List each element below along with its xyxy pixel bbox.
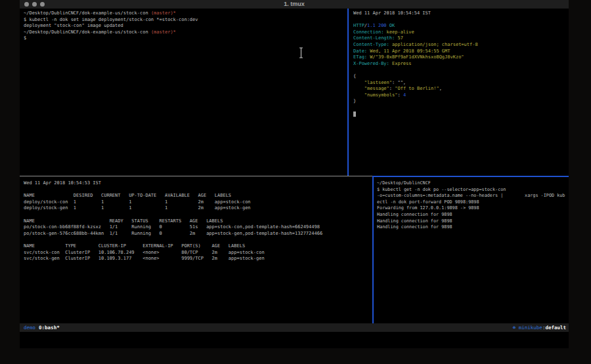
- pane-divider-vertical-bottom[interactable]: [372, 177, 374, 323]
- tmux-status-bar: demo0:bash* ☸ minikube:default: [20, 323, 569, 332]
- terminal-line: svc/stock-gen ClusterIP 10.109.3.177 <no…: [24, 256, 372, 262]
- pane-port-forward[interactable]: ~/Desktop/DublinCNCF$ kubectl get -n dok…: [374, 178, 569, 323]
- terminal-line: Wed 11 Apr 2018 10:54:54 IST: [353, 10, 569, 17]
- terminal-line: deployment "stock-con" image updated: [24, 23, 347, 30]
- terminal-line: Wed 11 Apr 2018 10:54:53 IST: [24, 180, 372, 187]
- mouse-ibeam-cursor: [299, 47, 303, 58]
- pane-shell-set-image[interactable]: ~/Desktop/DublinCNCF/dok-example-us/stoc…: [20, 9, 347, 176]
- terminal-line: Handling connection for 9898: [377, 218, 569, 225]
- terminal-line: [353, 67, 569, 73]
- terminal-line: Handling connection for 9898: [377, 212, 569, 218]
- statusbar-right: ☸ minikube:default: [513, 323, 566, 332]
- pane-kubectl-resources[interactable]: Wed 11 Apr 2018 10:54:53 IST NAME DESIRE…: [20, 178, 372, 323]
- terminal-line: Content-Length: 57: [353, 35, 569, 42]
- pane-http-response[interactable]: Wed 11 Apr 2018 10:54:54 IST HTTP/1.1 20…: [349, 9, 569, 176]
- terminal-line: NAME READY STATUS RESTARTS AGE LABELS: [24, 218, 372, 225]
- terminal-line: [353, 111, 569, 118]
- terminal-line: HTTP/1.1 200 OK: [353, 23, 569, 30]
- pane-divider-horizontal-left[interactable]: [20, 176, 372, 176]
- terminal-line: Connection: keep-alive: [353, 30, 569, 36]
- terminal-line: deploy/stock-con 1 1 1 1 2m app=stock-co…: [24, 199, 372, 206]
- terminal-line: [353, 105, 569, 111]
- terminal-line: $ kubectl -n dok set image deployment/st…: [24, 17, 347, 24]
- terminal-line: [24, 237, 372, 243]
- terminal-line: ETag: W/"39-0xBPf9aF1dXVNkhsxoBQgJ8vKzo": [353, 54, 569, 61]
- terminal-line: $: [24, 35, 347, 42]
- terminal-line: po/stock-gen-576cc688bb-44kmn 1/1 Runnin…: [24, 231, 372, 237]
- terminal-line: NAME TYPE CLUSTER-IP EXTERNAL-IP PORT(S)…: [24, 243, 372, 250]
- terminal-line: "message": "Off to Berlin!",: [353, 86, 569, 92]
- terminal-line: Content-Type: application/json; charset=…: [353, 42, 569, 49]
- tmux-window-tab[interactable]: 0:bash*: [39, 325, 60, 331]
- window-titlebar[interactable]: 1. tmux: [20, 0, 569, 9]
- terminal-line: svc/stock-con ClusterIP 10.106.78.249 <n…: [24, 250, 372, 256]
- desktop-background: 1. tmux ~/Desktop/DublinCNCF/dok-example…: [0, 0, 591, 364]
- pane-divider-vertical-top[interactable]: [347, 9, 349, 176]
- terminal-line: $ kubectl get -n dok po --selector=app=s…: [377, 187, 569, 193]
- terminal-line: deploy/stock-gen 1 1 1 1 2m app=stock-ge…: [24, 205, 372, 212]
- pane-divider-horizontal-right[interactable]: [372, 176, 569, 177]
- terminal-line: ~/Desktop/DublinCNCF: [377, 180, 569, 187]
- terminal-line: Handling connection for 9898: [377, 224, 569, 231]
- terminal-line: [353, 17, 569, 24]
- terminal-line: -o=custom-columns=:metadata.name --no-he…: [377, 193, 569, 199]
- terminal-line: X-Powered-By: Express: [353, 61, 569, 68]
- terminal-line: Forwarding from 127.0.0.1:9898 -> 9898: [377, 205, 569, 212]
- tmux-session-name: demo: [24, 325, 35, 331]
- terminal-line: NAME DESIRED CURRENT UP-TO-DATE AVAILABL…: [24, 193, 372, 199]
- terminal-line: "numsymbols": 4: [353, 92, 569, 99]
- terminal-line: }: [353, 98, 569, 105]
- terminal-line: [24, 187, 372, 193]
- terminal-window: 1. tmux ~/Desktop/DublinCNCF/dok-example…: [20, 0, 569, 348]
- kube-namespace: default: [545, 325, 566, 331]
- statusbar-left: demo0:bash*: [24, 323, 60, 332]
- terminal-line: Date: Wed, 11 Apr 2018 09:54:55 GMT: [353, 49, 569, 55]
- terminal-line: {: [353, 73, 569, 80]
- terminal-line: ~/Desktop/DublinCNCF/dok-example-us/stoc…: [24, 30, 347, 36]
- kube-context: minikube: [519, 325, 542, 331]
- terminal-line: po/stock-con-bb68f88fd-kzsxz 1/1 Running…: [24, 224, 372, 231]
- terminal-line: "lastseen": "",: [353, 80, 569, 87]
- terminal-line: ~/Desktop/DublinCNCF/dok-example-us/stoc…: [24, 10, 347, 17]
- terminal-line: ectl -n dok port-forward POD 9898:9898: [377, 199, 569, 206]
- terminal-line: [24, 212, 372, 218]
- window-title: 1. tmux: [20, 0, 569, 9]
